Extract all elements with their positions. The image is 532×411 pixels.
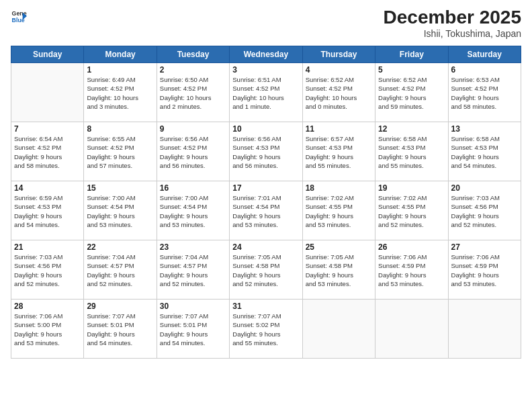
day-info: Sunrise: 6:56 AM Sunset: 4:53 PM Dayligh… <box>232 134 299 170</box>
day-number: 7 <box>14 124 81 134</box>
day-info: Sunrise: 7:06 AM Sunset: 4:59 PM Dayligh… <box>378 253 445 288</box>
cell-w5-d5 <box>375 300 448 359</box>
week-row-2: 7Sunrise: 6:54 AM Sunset: 4:52 PM Daylig… <box>11 122 521 181</box>
day-info: Sunrise: 6:57 AM Sunset: 4:53 PM Dayligh… <box>306 134 372 170</box>
day-number: 16 <box>160 183 226 193</box>
day-info: Sunrise: 7:03 AM Sunset: 4:56 PM Dayligh… <box>14 253 81 288</box>
cell-w5-d6 <box>448 300 521 359</box>
day-info: Sunrise: 6:56 AM Sunset: 4:52 PM Dayligh… <box>160 134 226 170</box>
day-number: 2 <box>160 65 226 75</box>
day-number: 20 <box>451 183 518 193</box>
day-number: 21 <box>14 242 81 252</box>
calendar-table: Sunday Monday Tuesday Wednesday Thursday… <box>11 46 521 359</box>
cell-w4-d6: 27Sunrise: 7:06 AM Sunset: 4:59 PM Dayli… <box>448 240 521 300</box>
cell-w3-d5: 19Sunrise: 7:02 AM Sunset: 4:55 PM Dayli… <box>375 181 448 240</box>
day-number: 9 <box>160 124 226 134</box>
day-info: Sunrise: 6:59 AM Sunset: 4:53 PM Dayligh… <box>14 193 81 229</box>
cell-w5-d4 <box>302 300 375 359</box>
day-info: Sunrise: 7:07 AM Sunset: 5:02 PM Dayligh… <box>232 312 299 347</box>
cell-w1-d1: 1Sunrise: 6:49 AM Sunset: 4:52 PM Daylig… <box>84 63 157 122</box>
day-info: Sunrise: 7:07 AM Sunset: 5:01 PM Dayligh… <box>87 312 153 347</box>
day-info: Sunrise: 6:50 AM Sunset: 4:52 PM Dayligh… <box>160 75 226 111</box>
day-number: 3 <box>232 65 299 75</box>
cell-w1-d3: 3Sunrise: 6:51 AM Sunset: 4:52 PM Daylig… <box>230 63 302 122</box>
day-number: 10 <box>232 124 299 134</box>
header-saturday: Saturday <box>448 46 521 63</box>
day-info: Sunrise: 6:53 AM Sunset: 4:52 PM Dayligh… <box>451 75 518 111</box>
cell-w2-d2: 9Sunrise: 6:56 AM Sunset: 4:52 PM Daylig… <box>157 122 229 181</box>
cell-w3-d2: 16Sunrise: 7:00 AM Sunset: 4:54 PM Dayli… <box>157 181 229 240</box>
day-info: Sunrise: 7:07 AM Sunset: 5:01 PM Dayligh… <box>160 312 226 347</box>
logo: General Blue <box>11 8 27 24</box>
cell-w3-d4: 18Sunrise: 7:02 AM Sunset: 4:55 PM Dayli… <box>302 181 375 240</box>
day-info: Sunrise: 7:03 AM Sunset: 4:56 PM Dayligh… <box>451 193 518 229</box>
week-row-5: 28Sunrise: 7:06 AM Sunset: 5:00 PM Dayli… <box>11 300 521 359</box>
day-info: Sunrise: 7:05 AM Sunset: 4:58 PM Dayligh… <box>306 253 372 288</box>
cell-w5-d1: 29Sunrise: 7:07 AM Sunset: 5:01 PM Dayli… <box>84 300 157 359</box>
day-info: Sunrise: 7:04 AM Sunset: 4:57 PM Dayligh… <box>160 253 226 288</box>
cell-w4-d1: 22Sunrise: 7:04 AM Sunset: 4:57 PM Dayli… <box>84 240 157 300</box>
day-info: Sunrise: 7:00 AM Sunset: 4:54 PM Dayligh… <box>87 193 153 229</box>
day-info: Sunrise: 6:52 AM Sunset: 4:52 PM Dayligh… <box>378 75 445 111</box>
day-info: Sunrise: 6:51 AM Sunset: 4:52 PM Dayligh… <box>232 75 299 111</box>
month-title: December 2025 <box>384 8 521 27</box>
header-wednesday: Wednesday <box>230 46 302 63</box>
day-info: Sunrise: 7:00 AM Sunset: 4:54 PM Dayligh… <box>160 193 226 229</box>
day-number: 5 <box>378 65 445 75</box>
cell-w4-d4: 25Sunrise: 7:05 AM Sunset: 4:58 PM Dayli… <box>302 240 375 300</box>
cell-w3-d1: 15Sunrise: 7:00 AM Sunset: 4:54 PM Dayli… <box>84 181 157 240</box>
day-info: Sunrise: 7:01 AM Sunset: 4:54 PM Dayligh… <box>232 193 299 229</box>
cell-w4-d0: 21Sunrise: 7:03 AM Sunset: 4:56 PM Dayli… <box>11 240 84 300</box>
day-info: Sunrise: 7:06 AM Sunset: 4:59 PM Dayligh… <box>451 253 518 288</box>
cell-w5-d2: 30Sunrise: 7:07 AM Sunset: 5:01 PM Dayli… <box>157 300 229 359</box>
cell-w1-d4: 4Sunrise: 6:52 AM Sunset: 4:52 PM Daylig… <box>302 63 375 122</box>
day-number: 1 <box>87 65 153 75</box>
day-info: Sunrise: 6:54 AM Sunset: 4:52 PM Dayligh… <box>14 134 81 170</box>
day-number: 17 <box>232 183 299 193</box>
day-info: Sunrise: 6:58 AM Sunset: 4:53 PM Dayligh… <box>378 134 445 170</box>
day-number: 12 <box>378 124 445 134</box>
header-monday: Monday <box>84 46 157 63</box>
cell-w2-d6: 13Sunrise: 6:58 AM Sunset: 4:53 PM Dayli… <box>448 122 521 181</box>
day-number: 6 <box>451 65 518 75</box>
cell-w4-d2: 23Sunrise: 7:04 AM Sunset: 4:57 PM Dayli… <box>157 240 229 300</box>
day-info: Sunrise: 7:04 AM Sunset: 4:57 PM Dayligh… <box>87 253 153 288</box>
day-info: Sunrise: 7:05 AM Sunset: 4:58 PM Dayligh… <box>232 253 299 288</box>
cell-w1-d5: 5Sunrise: 6:52 AM Sunset: 4:52 PM Daylig… <box>375 63 448 122</box>
day-number: 31 <box>232 302 299 311</box>
page: General Blue December 2025 Ishii, Tokush… <box>0 0 532 411</box>
week-row-4: 21Sunrise: 7:03 AM Sunset: 4:56 PM Dayli… <box>11 240 521 300</box>
cell-w2-d1: 8Sunrise: 6:55 AM Sunset: 4:52 PM Daylig… <box>84 122 157 181</box>
header-sunday: Sunday <box>11 46 84 63</box>
cell-w3-d3: 17Sunrise: 7:01 AM Sunset: 4:54 PM Dayli… <box>230 181 302 240</box>
cell-w2-d5: 12Sunrise: 6:58 AM Sunset: 4:53 PM Dayli… <box>375 122 448 181</box>
cell-w1-d2: 2Sunrise: 6:50 AM Sunset: 4:52 PM Daylig… <box>157 63 229 122</box>
header-thursday: Thursday <box>302 46 375 63</box>
day-number: 11 <box>306 124 372 134</box>
cell-w5-d0: 28Sunrise: 7:06 AM Sunset: 5:00 PM Dayli… <box>11 300 84 359</box>
day-number: 13 <box>451 124 518 134</box>
cell-w2-d4: 11Sunrise: 6:57 AM Sunset: 4:53 PM Dayli… <box>302 122 375 181</box>
title-block: December 2025 Ishii, Tokushima, Japan <box>384 8 521 39</box>
cell-w4-d5: 26Sunrise: 7:06 AM Sunset: 4:59 PM Dayli… <box>375 240 448 300</box>
day-info: Sunrise: 6:58 AM Sunset: 4:53 PM Dayligh… <box>451 134 518 170</box>
day-number: 14 <box>14 183 81 193</box>
day-number: 28 <box>14 302 81 311</box>
day-number: 29 <box>87 302 153 311</box>
logo-icon: General Blue <box>11 8 27 24</box>
day-number: 19 <box>378 183 445 193</box>
cell-w5-d3: 31Sunrise: 7:07 AM Sunset: 5:02 PM Dayli… <box>230 300 302 359</box>
day-number: 25 <box>306 242 372 252</box>
cell-w1-d6: 6Sunrise: 6:53 AM Sunset: 4:52 PM Daylig… <box>448 63 521 122</box>
day-number: 30 <box>160 302 226 311</box>
day-number: 15 <box>87 183 153 193</box>
cell-w2-d0: 7Sunrise: 6:54 AM Sunset: 4:52 PM Daylig… <box>11 122 84 181</box>
cell-w1-d0 <box>11 63 84 122</box>
week-row-3: 14Sunrise: 6:59 AM Sunset: 4:53 PM Dayli… <box>11 181 521 240</box>
calendar-body: 1Sunrise: 6:49 AM Sunset: 4:52 PM Daylig… <box>11 63 521 359</box>
header-tuesday: Tuesday <box>157 46 229 63</box>
day-info: Sunrise: 7:02 AM Sunset: 4:55 PM Dayligh… <box>378 193 445 229</box>
cell-w2-d3: 10Sunrise: 6:56 AM Sunset: 4:53 PM Dayli… <box>230 122 302 181</box>
day-number: 26 <box>378 242 445 252</box>
header-friday: Friday <box>375 46 448 63</box>
